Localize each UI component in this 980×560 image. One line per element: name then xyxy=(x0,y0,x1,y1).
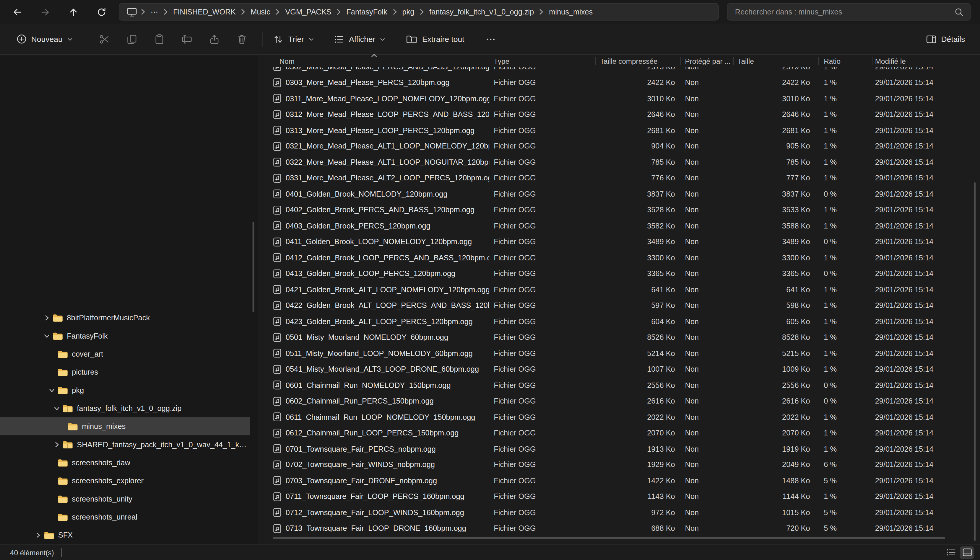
tree-chevron-icon[interactable] xyxy=(41,330,53,341)
table-row[interactable]: 0413_Golden_Brook_LOOP_PERCS_120bpm.ogg … xyxy=(263,266,973,282)
column-header-nom[interactable]: Nom xyxy=(263,55,490,67)
vertical-scrollbar[interactable] xyxy=(974,182,975,541)
table-row[interactable]: 0303_More_Mead_Please_PERCS_120bpm.ogg F… xyxy=(263,75,973,91)
tree-item[interactable]: fantasy_folk_itch_v1_0_ogg.zip xyxy=(0,399,250,417)
table-row[interactable]: 0511_Misty_Moorland_LOOP_NOMELODY_60bpm.… xyxy=(263,345,973,361)
extract-zip-folder-icon xyxy=(406,33,418,44)
paste-button[interactable] xyxy=(148,28,171,50)
column-header-taille[interactable]: Taille xyxy=(734,55,819,67)
breadcrumb-chevron-icon[interactable] xyxy=(417,5,427,19)
table-row[interactable]: 0422_Golden_Brook_ALT_LOOP_PERCS_AND_BAS… xyxy=(263,298,973,313)
table-row[interactable]: 0602_Chainmail_Run_PERCS_150bpm.ogg Fich… xyxy=(263,393,973,409)
breadcrumb-chevron-icon[interactable] xyxy=(273,5,283,19)
breadcrumb-item[interactable]: FINISHED_WORK xyxy=(171,6,238,17)
icon-view-toggle[interactable] xyxy=(960,546,974,558)
tree-chevron-icon[interactable] xyxy=(32,529,44,540)
tree-item[interactable]: screenshots_daw xyxy=(0,453,250,472)
breadcrumb-chevron-icon[interactable] xyxy=(238,5,248,19)
tree-item[interactable]: SHARED_fantasy_pack_itch_v1_0_wav_44_1_k… xyxy=(0,435,250,453)
breadcrumb-item[interactable]: pkg xyxy=(400,6,417,17)
table-row[interactable]: 0701_Townsquare_Fair_PERCS_nobpm.ogg Fic… xyxy=(263,441,973,457)
table-row[interactable]: 0711_Townsquare_Fair_LOOP_PERCS_160bpm.o… xyxy=(263,488,973,505)
tree-item[interactable]: 8bitPlatformerMusicPack xyxy=(0,308,250,327)
sidebar-scrollbar[interactable] xyxy=(253,222,254,312)
table-row[interactable]: 0702_Townsquare_Fair_WINDS_nobpm.ogg Fic… xyxy=(263,457,973,473)
share-button[interactable] xyxy=(203,28,226,50)
table-row[interactable]: 0712_Townsquare_Fair_LOOP_WINDS_160bpm.o… xyxy=(263,505,973,520)
new-button[interactable]: Nouveau xyxy=(10,29,79,49)
breadcrumb-item[interactable]: Music xyxy=(248,6,273,17)
copy-button[interactable] xyxy=(120,28,143,50)
breadcrumb-chevron-icon[interactable] xyxy=(390,5,400,19)
view-toggles xyxy=(944,546,974,558)
table-row[interactable]: 0611_Chainmail_Run_LOOP_NOMELODY_150bpm.… xyxy=(263,409,973,425)
breadcrumb-chevron-icon[interactable] xyxy=(334,5,344,19)
forward-button[interactable] xyxy=(36,2,54,21)
tree-item[interactable]: screenshots_unity xyxy=(0,490,250,508)
up-button[interactable] xyxy=(64,2,82,21)
column-header-ratio[interactable]: Ratio xyxy=(819,55,873,67)
tree-chevron-icon[interactable] xyxy=(51,402,62,413)
table-row[interactable]: 0601_Chainmail_Run_NOMELODY_150bpm.ogg F… xyxy=(263,377,973,393)
column-header-taille-compressee[interactable]: Taille compressée xyxy=(595,55,681,67)
table-row[interactable]: 0401_Golden_Brook_NOMELODY_120bpm.ogg Fi… xyxy=(263,186,973,202)
table-row[interactable]: 0423_Golden_Brook_ALT_LOOP_PERCS_120bpm.… xyxy=(263,313,973,330)
table-row[interactable]: 0331_More_Mead_Please_ALT2_LOOP_PERCS_12… xyxy=(263,170,973,186)
breadcrumb-chevron-icon[interactable] xyxy=(537,5,547,19)
table-row[interactable]: 0703_Townsquare_Fair_DRONE_nobpm.ogg Fic… xyxy=(263,473,973,488)
breadcrumb-item[interactable]: VGM_PACKS xyxy=(283,6,334,17)
table-row[interactable]: 0421_Golden_Brook_ALT_LOOP_NOMELODY_120b… xyxy=(263,282,973,298)
table-row[interactable]: 0412_Golden_Brook_LOOP_PERCS_AND_BASS_12… xyxy=(263,250,973,266)
tree-item[interactable]: pkg xyxy=(0,381,250,399)
rename-button[interactable] xyxy=(176,28,198,50)
breadcrumb[interactable]: ⋯ FINISHED_WORK Music VGM_PACKS FantasyF… xyxy=(119,3,719,21)
table-row[interactable]: 0411_Golden_Brook_LOOP_NOMELODY_120bpm.o… xyxy=(263,234,973,250)
search-box[interactable]: Rechercher dans : minus_mixes xyxy=(727,3,970,21)
table-row[interactable]: 0402_Golden_Brook_PERCS_AND_BASS_120bpm.… xyxy=(263,202,973,218)
column-header-type[interactable]: Type xyxy=(489,55,595,67)
audio-file-icon xyxy=(273,205,281,215)
search-icon[interactable] xyxy=(954,7,964,17)
breadcrumb-item[interactable]: FantasyFolk xyxy=(344,6,390,17)
list-view-toggle[interactable] xyxy=(944,546,958,558)
breadcrumb-item[interactable]: fantasy_folk_itch_v1_0_ogg.zip xyxy=(427,6,537,17)
tree-item[interactable]: screenshots_unreal xyxy=(0,508,250,526)
breadcrumb-item[interactable]: ⋯ xyxy=(148,6,161,17)
horizontal-scrollbar[interactable] xyxy=(273,537,945,539)
table-row[interactable]: 0403_Golden_Brook_PERCS_120bpm.ogg Fichi… xyxy=(263,218,973,234)
tree-chevron-icon[interactable] xyxy=(51,439,62,450)
breadcrumb-item[interactable]: minus_mixes xyxy=(547,6,595,17)
table-row[interactable]: 0313_More_Mead_Please_LOOP_PERCS_120bpm.… xyxy=(263,123,973,138)
table-row[interactable]: 0322_More_Mead_Please_ALT1_LOOP_NOGUITAR… xyxy=(263,154,973,170)
breadcrumb-chevron-icon[interactable] xyxy=(138,5,148,19)
tree-item[interactable]: pictures xyxy=(0,363,250,381)
sort-button[interactable]: Trier xyxy=(266,29,321,49)
tree-chevron-icon[interactable] xyxy=(41,312,53,323)
table-row[interactable]: 0501_Misty_Moorland_NOMELODY_60bpm.ogg F… xyxy=(263,330,973,345)
search-input[interactable]: Rechercher dans : minus_mixes xyxy=(735,7,955,16)
refresh-button[interactable] xyxy=(92,2,110,21)
tree-item[interactable]: cover_art xyxy=(0,345,250,363)
table-row[interactable]: 0612_Chainmail_Run_LOOP_PERCS_150bpm.ogg… xyxy=(263,425,973,441)
details-pane-button[interactable]: Détails xyxy=(919,29,971,49)
column-header-modifie-le[interactable]: Modifié le xyxy=(873,55,972,67)
table-row[interactable]: 0541_Misty_Moorland_ALT3_LOOP_DRONE_60bp… xyxy=(263,361,973,377)
tree-item[interactable]: FantasyFolk xyxy=(0,327,250,345)
cut-button[interactable] xyxy=(93,28,115,50)
tree-item[interactable]: minus_mixes xyxy=(0,417,250,435)
tree-item[interactable]: SFX xyxy=(0,526,250,544)
table-row[interactable]: 0321_More_Mead_Please_ALT1_LOOP_NOMELODY… xyxy=(263,138,973,154)
more-options-button[interactable] xyxy=(479,28,502,50)
column-header-protege-par[interactable]: Protégé par ... xyxy=(681,55,734,67)
tree-item[interactable]: screenshots_explorer xyxy=(0,472,250,490)
back-button[interactable] xyxy=(7,2,26,21)
delete-button[interactable] xyxy=(231,28,253,50)
table-row[interactable]: 0302_More_Mead_Please_PERCS_AND_BASS_120… xyxy=(263,67,973,74)
table-row[interactable]: 0312_More_Mead_Please_LOOP_PERCS_AND_BAS… xyxy=(263,107,973,123)
table-row[interactable]: 0311_More_Mead_Please_LOOP_NOMELODY_120b… xyxy=(263,91,973,107)
tree-chevron-icon[interactable] xyxy=(47,384,58,395)
table-row[interactable]: 0713_Townsquare_Fair_LOOP_DRONE_160bpm.o… xyxy=(263,520,973,537)
breadcrumb-chevron-icon[interactable] xyxy=(161,5,171,19)
extract-all-button[interactable]: Extraire tout xyxy=(400,29,471,49)
view-button[interactable]: Afficher xyxy=(327,29,392,49)
